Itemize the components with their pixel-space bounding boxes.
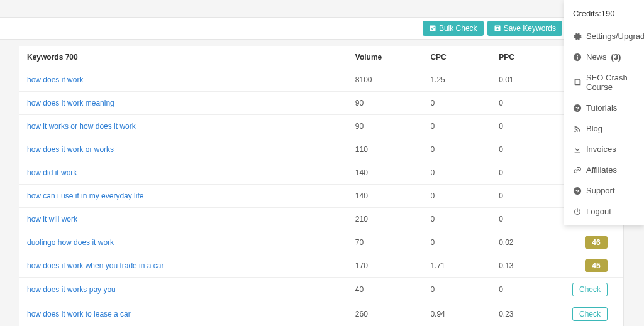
menu-item-settings-upgrade[interactable]: Settings/Upgrade [564,26,644,46]
table-row: how does it work or works1100034 [19,138,623,161]
table-row: how does it works pay you4000Check [19,278,623,302]
cell-volume: 210 [348,208,423,231]
book-icon [573,78,582,87]
table-row: how does it work when you trade in a car… [19,254,623,278]
table-row: how it works or how does it work900036 [19,115,623,138]
cell-cpc: 0 [423,208,491,231]
menu-item-logout[interactable]: Logout [564,201,644,222]
link-icon [573,166,582,175]
table-row: duolingo how does it work7000.0246 [19,231,623,254]
cell-volume: 70 [348,231,423,254]
cell-volume: 110 [348,138,423,161]
menu-item-support[interactable]: Support [564,180,644,201]
cell-ppc: 0.13 [491,254,560,278]
keyword-link[interactable]: how does it work [27,75,83,84]
menu-item-badge: (3) [611,52,621,62]
th-volume[interactable]: Volume [348,46,423,68]
keyword-link[interactable]: how did it work [27,168,77,177]
cell-ppc: 0.01 [491,68,560,92]
table-row: how does it work81001.250.0137 [19,68,623,92]
rss-icon [573,124,582,133]
cell-cpc: 1.71 [423,254,491,278]
cell-cpc: 0 [423,115,491,138]
cell-cpc: 0 [423,185,491,208]
th-cpc[interactable]: CPC [423,46,491,68]
cell-ppc: 0 [491,115,560,138]
menu-item-invoices[interactable]: Invoices [564,139,644,160]
cell-ppc: 0 [491,278,560,302]
keyword-link[interactable]: how it works or how does it work [27,122,136,131]
toolbar: Bulk Check Save Keywords [0,17,644,40]
gear-icon [573,32,582,41]
cell-cpc: 0 [423,161,491,185]
info-icon [573,53,582,62]
keyword-link[interactable]: how does it work meaning [27,99,114,107]
table-row: how it will work2100031 [19,208,623,231]
cell-cpc: 0.94 [423,302,491,327]
check-button[interactable]: Check [572,307,608,321]
cell-cpc: 1.25 [423,68,491,92]
score-badge: 46 [585,236,608,249]
table-row: how did it work1400035 [19,161,623,185]
save-keywords-button[interactable]: Save Keywords [487,21,562,36]
menu-item-seo-crash-course[interactable]: SEO Crash Course [564,67,644,97]
menu-item-label: SEO Crash Course [586,73,635,92]
keyword-link[interactable]: how does it work to lease a car [27,310,131,318]
cell-cpc: 0 [423,231,491,254]
menu-item-news[interactable]: News (3) [564,46,644,67]
menu-item-label: Invoices [586,144,616,154]
power-icon [573,207,582,216]
credits-label: Credits: [573,9,601,18]
credits-value: 190 [601,9,615,18]
cell-volume: 90 [348,92,423,115]
menu-item-label: Tutorials [586,103,617,112]
cell-ppc: 0 [491,161,560,185]
cell-ppc: 0 [491,92,560,115]
table-row: how can i use it in my everyday life1400… [19,185,623,208]
cell-volume: 140 [348,185,423,208]
keyword-link[interactable]: how can i use it in my everyday life [27,192,143,200]
cell-ppc: 0 [491,208,560,231]
keyword-link[interactable]: how does it work or works [27,145,114,154]
menu-item-label: Affiliates [586,165,617,175]
cell-cpc: 0 [423,278,491,302]
menu-item-label: Support [586,186,615,195]
menu-item-affiliates[interactable]: Affiliates [564,160,644,180]
check-icon [429,24,436,32]
check-button[interactable]: Check [572,283,608,296]
keywords-table-wrap: Keywords 700 Volume CPC PPC Score how do… [19,46,624,326]
th-keywords[interactable]: Keywords 700 [19,46,348,68]
cell-ppc: 0.23 [491,302,560,327]
cell-volume: 90 [348,115,423,138]
keywords-table: Keywords 700 Volume CPC PPC Score how do… [19,46,623,326]
table-row: how does it work meaning900043 [19,92,623,115]
keyword-link[interactable]: how it will work [27,215,77,224]
bulk-check-label: Bulk Check [439,24,477,33]
menu-item-tutorials[interactable]: Tutorials [564,97,644,118]
save-icon [494,24,501,32]
cell-volume: 260 [348,302,423,327]
menu-item-blog[interactable]: Blog [564,118,644,139]
menu-item-label: Logout [586,207,611,216]
menu-item-label: Settings/Upgrade [586,31,644,41]
table-row: how does it work to lease a car2600.940.… [19,302,623,327]
question-icon [573,104,582,112]
question-icon [573,187,582,195]
cell-volume: 140 [348,161,423,185]
keyword-link[interactable]: how does it works pay you [27,285,116,294]
cell-volume: 40 [348,278,423,302]
cell-ppc: 0 [491,138,560,161]
th-ppc[interactable]: PPC [491,46,560,68]
download-icon [573,145,582,154]
save-keywords-label: Save Keywords [504,24,556,33]
cell-volume: 8100 [348,68,423,92]
score-badge: 45 [585,259,608,272]
cell-cpc: 0 [423,92,491,115]
bulk-check-button[interactable]: Bulk Check [423,21,484,36]
user-dropdown-menu: Credits:190 Settings/UpgradeNews (3)SEO … [564,0,644,225]
cell-ppc: 0 [491,185,560,208]
menu-item-label: Blog [586,124,602,133]
keyword-link[interactable]: how does it work when you trade in a car [27,261,164,270]
keyword-link[interactable]: duolingo how does it work [27,238,114,247]
credits-display: Credits:190 [564,8,644,26]
